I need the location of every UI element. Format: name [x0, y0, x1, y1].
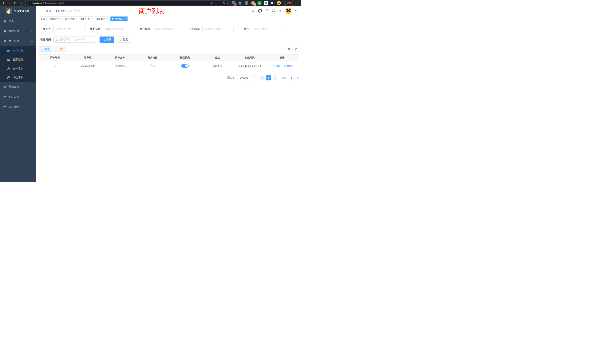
create-time-range-input[interactable]: 开始日期 - 结束日期	[53, 36, 96, 43]
merchant-short-input[interactable]	[153, 26, 184, 32]
chevron-down-icon	[31, 96, 33, 98]
annotation-merchant-list: 商户列表	[139, 7, 165, 15]
browser-update-button[interactable]: 更新	[284, 1, 293, 5]
next-page-button[interactable]	[273, 75, 277, 80]
extension-command-icon[interactable]: ⌘	[244, 1, 249, 5]
sidebar-item-system[interactable]: 系统管理	[0, 26, 36, 36]
tab-merchant-info[interactable]: 商户信息×	[110, 17, 128, 21]
home-icon	[19, 1, 22, 4]
share-icon[interactable]	[216, 1, 219, 4]
goto-page-input[interactable]	[288, 75, 295, 80]
extension-y-icon[interactable]: y	[257, 1, 262, 5]
delete-link[interactable]: 删除	[284, 64, 292, 67]
pagination: 共 1 条 10条/页 1 前往 页	[39, 75, 299, 80]
merchant-no-input[interactable]	[53, 26, 85, 32]
cell-merchant-short-name: 芋艿	[136, 61, 169, 71]
tab-pay-order[interactable]: 支付订单×	[79, 17, 94, 21]
tab-process-form[interactable]: 流程表单×	[48, 17, 63, 21]
sidebar-item-label: 首页	[9, 20, 33, 23]
table-header-row: 商户编号 商户号 商户全称 商户简称 开启状态 备注 创建时间 操作	[39, 54, 298, 61]
tab-home[interactable]: 首页	[39, 17, 47, 21]
password-key-icon[interactable]	[211, 1, 214, 5]
add-button[interactable]: ＋ 新增	[39, 46, 52, 52]
edit-link[interactable]: 修改	[272, 64, 280, 67]
extension-diamond-icon[interactable]: 10	[231, 1, 236, 5]
calendar-icon	[55, 38, 58, 41]
toggle-search-button[interactable]	[286, 46, 292, 52]
sidebar-item-pay[interactable]: ¥ 支付管理	[0, 36, 36, 46]
tab-label: 首页	[41, 17, 45, 20]
trash-icon	[284, 64, 286, 67]
yen-icon: ¥	[3, 40, 7, 43]
extensions-puzzle-icon[interactable]	[270, 1, 275, 5]
chevron-down-icon	[252, 77, 254, 79]
close-icon[interactable]: ×	[124, 18, 126, 20]
sidebar-item-merchant-info[interactable]: 商户信息	[0, 46, 36, 55]
avatar[interactable]	[286, 8, 291, 14]
github-icon[interactable]	[258, 9, 262, 13]
prev-page-button[interactable]	[260, 75, 265, 80]
sidebar-item-workflow[interactable]: 工作流程	[0, 102, 36, 112]
back-arrow-icon	[2, 1, 5, 4]
close-icon[interactable]: ×	[75, 18, 76, 20]
extension-emoji-icon[interactable]	[277, 1, 281, 5]
sidebar-item-infrastructure[interactable]: 基础设施	[0, 82, 36, 92]
browser-reload-button[interactable]	[13, 1, 17, 5]
sidebar: 芋道管理系统 首页 系统管理 ¥ 支付管理	[0, 6, 36, 182]
tab-refund-order[interactable]: 退款订单×	[95, 17, 109, 21]
status-select[interactable]	[202, 26, 234, 32]
page-size-select[interactable]: 10条/页	[237, 75, 256, 80]
page-number-button[interactable]: 1	[266, 75, 271, 80]
filter-label-merchant-short: 商户简称	[140, 27, 150, 31]
table-row: 1 M233666999 芋道源码 芋艿 我是备注 2021-10-23 08:…	[39, 61, 298, 71]
reset-button[interactable]: 重置	[116, 36, 131, 43]
cell-status	[169, 61, 201, 71]
extension-ring-icon[interactable]: 1	[251, 1, 255, 5]
cell-merchant-id: 1	[39, 61, 71, 71]
status-toggle[interactable]	[181, 64, 189, 68]
close-icon[interactable]: ×	[91, 18, 92, 20]
sidebar-item-refund-order[interactable]: 退款订单	[0, 73, 36, 82]
remark-input[interactable]	[252, 26, 283, 32]
browser-forward-button[interactable]	[7, 1, 11, 5]
tab-user-group[interactable]: 用户分组×	[64, 17, 78, 21]
header-actions: ? TT	[251, 8, 297, 14]
extension-gem-icon[interactable]	[238, 1, 242, 5]
bookmark-star-icon[interactable]	[222, 1, 225, 5]
merchant-name-input[interactable]	[103, 26, 134, 32]
sidebar-item-app-info[interactable]: 应用信息	[0, 55, 36, 64]
browser-menu-icon[interactable]	[296, 2, 297, 4]
breadcrumb-pay[interactable]: 支付管理	[55, 9, 66, 13]
sidebar-logo-row: 芋道管理系统	[0, 6, 36, 16]
refresh-table-button[interactable]	[293, 46, 299, 52]
extension-doc-icon[interactable]: N	[264, 1, 268, 5]
sidebar-item-home[interactable]: 首页	[0, 16, 36, 26]
cell-create-time: 2021-10-23 08:31:14	[234, 61, 266, 71]
browser-back-button[interactable]	[2, 1, 6, 5]
close-icon[interactable]: ×	[59, 18, 61, 20]
help-icon[interactable]: ?	[265, 9, 269, 13]
browser-toolbar: i localhost:1024/pay/merchant 10 ⌘ 1 y N	[0, 0, 301, 6]
sidebar-collapse-icon[interactable]	[39, 9, 43, 13]
column-header: 商户号	[71, 54, 104, 61]
export-button[interactable]: 导出	[54, 46, 67, 52]
breadcrumb-home[interactable]: 首页	[46, 9, 51, 13]
search-icon[interactable]	[251, 9, 255, 13]
fullscreen-icon[interactable]	[272, 9, 275, 13]
font-size-icon[interactable]: TT	[279, 9, 282, 12]
avatar-caret-icon[interactable]	[295, 10, 297, 11]
filter-label-create-time: 创建时间	[40, 38, 51, 41]
column-header: 开启状态	[169, 54, 201, 61]
sidebar-item-dev-tools[interactable]: 研发工具	[0, 92, 36, 102]
sidebar-item-label: 支付管理	[9, 40, 31, 43]
url-bar[interactable]: i localhost:1024/pay/merchant	[25, 0, 228, 5]
svg-text:?: ?	[267, 10, 268, 12]
sidebar-item-pay-order[interactable]: 支付订单	[0, 64, 36, 73]
search-button[interactable]: 搜索	[99, 36, 114, 43]
url-host: localhost	[32, 2, 43, 4]
filter-label-remark: 备注	[244, 27, 249, 31]
browser-home-button[interactable]	[19, 1, 23, 5]
close-icon[interactable]: ×	[106, 18, 108, 20]
pagination-total: 共 1 条	[227, 76, 235, 79]
site-info-icon[interactable]: i	[27, 2, 30, 4]
